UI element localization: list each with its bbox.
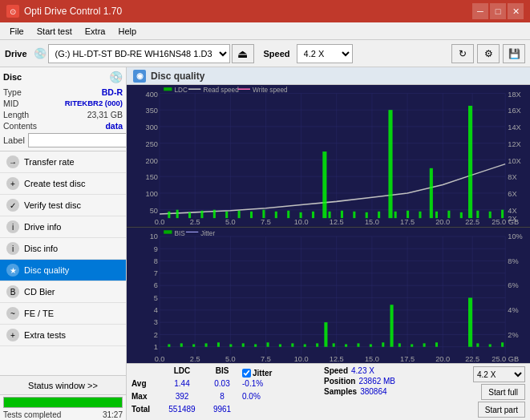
charts-area: 400 350 300 250 200 150 100 50 18X 16X 1…: [127, 85, 530, 363]
svg-rect-45: [447, 211, 450, 218]
drive-select[interactable]: (G:) HL-DT-ST BD-RE WH16NS48 1.D3: [48, 44, 230, 63]
menu-start-test[interactable]: Start test: [30, 25, 79, 38]
svg-text:6%: 6%: [508, 281, 519, 289]
nav-transfer-rate[interactable]: → Transfer rate: [0, 151, 126, 173]
svg-rect-126: [390, 305, 393, 346]
minimize-button[interactable]: ─: [472, 3, 488, 19]
svg-rect-161: [164, 230, 172, 233]
svg-text:150: 150: [146, 173, 158, 181]
svg-text:25.0 GB: 25.0 GB: [492, 218, 519, 226]
nav-create-test-disc-label: Create test disc: [24, 179, 85, 188]
nav-disc-info-label: Disc info: [24, 244, 58, 253]
svg-rect-20: [168, 212, 170, 218]
samples-value: 380864: [360, 387, 386, 396]
nav-drive-info-label: Drive info: [24, 222, 61, 232]
nav-cd-bier[interactable]: B CD Bier: [0, 281, 126, 303]
save-button[interactable]: 💾: [503, 44, 525, 63]
menu-file[interactable]: File: [3, 25, 30, 38]
svg-rect-30: [287, 211, 289, 218]
titlebar-left: ⊙ Opti Drive Control 1.70: [6, 5, 122, 18]
nav-create-test-disc[interactable]: + Create test disc: [0, 173, 126, 195]
svg-text:100: 100: [146, 190, 158, 198]
svg-rect-118: [304, 344, 306, 346]
svg-text:1: 1: [154, 341, 158, 350]
menu-extra[interactable]: Extra: [79, 25, 112, 38]
svg-text:2.5: 2.5: [190, 218, 200, 226]
svg-text:7: 7: [154, 268, 158, 277]
svg-text:22.5: 22.5: [465, 218, 479, 226]
speed-position-info: Speed 4.23 X Position 23862 MB Samples 3…: [324, 366, 395, 396]
svg-rect-42: [419, 212, 421, 218]
extra-tests-icon: +: [6, 329, 19, 341]
nav-verify-test-disc-label: Verify test disc: [24, 200, 81, 210]
svg-text:4X: 4X: [508, 207, 516, 215]
nav-items: → Transfer rate + Create test disc ✓ Ver…: [0, 151, 126, 346]
svg-text:Jitter: Jitter: [200, 228, 215, 236]
svg-rect-111: [217, 342, 220, 346]
stats-ldc-max: 392: [162, 392, 202, 405]
nav-extra-tests[interactable]: + Extra tests: [0, 325, 126, 346]
start-part-button[interactable]: Start part: [478, 402, 525, 418]
stats-ldc-total: 551489: [162, 405, 202, 418]
disc-label-label: Label: [3, 135, 25, 145]
disc-quality-icon: ★: [6, 264, 19, 277]
svg-rect-37: [366, 212, 368, 218]
drive-toolbar: Drive 💿 (G:) HL-DT-ST BD-RE WH16NS48 1.D…: [0, 40, 530, 67]
nav-drive-info[interactable]: i Drive info: [0, 216, 126, 238]
stats-bis-total: 9961: [204, 405, 241, 418]
start-full-button[interactable]: Start full: [481, 384, 525, 400]
svg-text:300: 300: [146, 123, 158, 131]
svg-rect-129: [423, 343, 426, 346]
settings-button[interactable]: ⚙: [477, 44, 500, 63]
disc-type-label: Type: [3, 87, 22, 97]
svg-text:50: 50: [150, 207, 158, 215]
svg-text:10.0: 10.0: [294, 354, 309, 363]
stats-ldc-avg: 1.44: [162, 379, 202, 392]
nav-verify-test-disc[interactable]: ✓ Verify test disc: [0, 195, 126, 216]
disc-length-value: 23,31 GB: [87, 110, 123, 119]
disc-contents-value: data: [105, 121, 123, 131]
menu-help[interactable]: Help: [111, 25, 143, 38]
svg-text:25.0 GB: 25.0 GB: [492, 354, 519, 363]
svg-rect-121: [333, 343, 335, 346]
svg-rect-131: [468, 297, 472, 346]
svg-text:15.0: 15.0: [365, 354, 379, 363]
svg-text:12.5: 12.5: [330, 218, 344, 226]
stats-jitter-max: 0.0%: [242, 392, 313, 405]
svg-text:4: 4: [154, 305, 159, 313]
svg-text:5.0: 5.0: [225, 218, 236, 226]
jitter-checkbox[interactable]: [242, 369, 251, 378]
nav-disc-quality[interactable]: ★ Disc quality: [0, 260, 126, 281]
svg-text:7.5: 7.5: [261, 354, 271, 363]
eject-button[interactable]: ⏏: [232, 44, 254, 63]
right-controls: 4.2 X Start full Start part: [473, 366, 525, 418]
disc-label-input[interactable]: [28, 133, 127, 147]
chart-bis-svg: 10 9 8 7 6 5 4 3 2 1 10% 8%: [127, 228, 530, 364]
svg-text:Write speed: Write speed: [253, 87, 288, 94]
refresh-button[interactable]: ↻: [451, 44, 474, 63]
drive-info-icon: i: [6, 220, 19, 233]
nav-fe-te[interactable]: ~ FE / TE: [0, 303, 126, 325]
svg-rect-50: [501, 210, 504, 218]
maximize-button[interactable]: □: [490, 3, 506, 19]
stats-bis-avg: 0.03: [204, 379, 241, 392]
svg-text:22.5: 22.5: [465, 354, 479, 363]
svg-rect-114: [254, 344, 257, 346]
svg-text:12X: 12X: [508, 140, 520, 148]
stats-avg-label: Avg: [131, 379, 160, 392]
nav-disc-quality-label: Disc quality: [24, 265, 69, 275]
status-window-button[interactable]: Status window >>: [0, 376, 126, 395]
quality-speed-select[interactable]: 4.2 X: [473, 366, 525, 382]
chart-ldc: 400 350 300 250 200 150 100 50 18X 16X 1…: [127, 85, 530, 228]
svg-rect-130: [435, 342, 438, 346]
main-area: Disc 💿 Type BD-R MID RITEKBR2 (000) Leng…: [0, 67, 530, 420]
svg-text:8: 8: [154, 256, 158, 265]
speed-select[interactable]: 4.2 X: [297, 44, 353, 63]
svg-text:9: 9: [154, 244, 158, 252]
svg-text:7.5: 7.5: [261, 218, 271, 226]
nav-disc-info[interactable]: i Disc info: [0, 238, 126, 260]
svg-rect-116: [279, 344, 281, 346]
close-button[interactable]: ✕: [508, 3, 524, 19]
svg-text:2%: 2%: [508, 329, 519, 338]
svg-rect-128: [411, 344, 413, 346]
